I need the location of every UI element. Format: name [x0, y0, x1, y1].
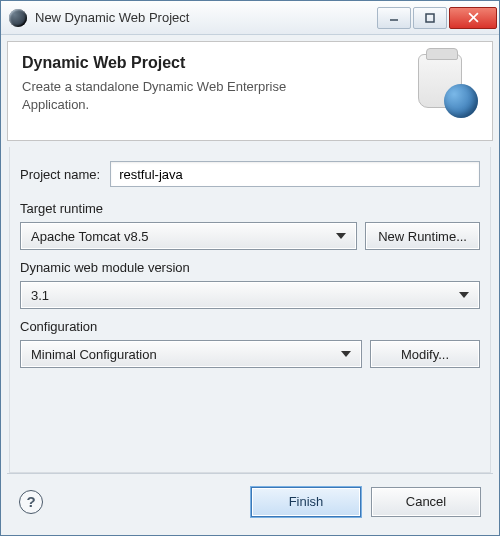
target-runtime-select[interactable]: Apache Tomcat v8.5	[20, 222, 357, 250]
cancel-button[interactable]: Cancel	[371, 487, 481, 517]
target-runtime-value: Apache Tomcat v8.5	[31, 229, 149, 244]
globe-icon	[444, 84, 478, 118]
maximize-button[interactable]	[413, 7, 447, 29]
form-area: Project name: Target runtime Apache Tomc…	[9, 147, 491, 473]
titlebar[interactable]: New Dynamic Web Project	[1, 1, 499, 35]
help-button[interactable]: ?	[19, 490, 43, 514]
wizard-icon	[414, 54, 478, 118]
minimize-icon	[389, 13, 399, 23]
minimize-button[interactable]	[377, 7, 411, 29]
configuration-group: Configuration Minimal Configuration Modi…	[20, 319, 480, 368]
footer: ? Finish Cancel	[7, 473, 493, 529]
window-title: New Dynamic Web Project	[35, 10, 375, 25]
banner-title: Dynamic Web Project	[22, 54, 478, 72]
configuration-value: Minimal Configuration	[31, 347, 157, 362]
eclipse-icon	[9, 9, 27, 27]
project-name-row: Project name:	[20, 161, 480, 187]
finish-button[interactable]: Finish	[251, 487, 361, 517]
banner: Dynamic Web Project Create a standalone …	[7, 41, 493, 141]
modify-button[interactable]: Modify...	[370, 340, 480, 368]
close-icon	[468, 12, 479, 23]
chevron-down-icon	[332, 227, 350, 245]
module-version-value: 3.1	[31, 288, 49, 303]
project-name-input[interactable]	[110, 161, 480, 187]
chevron-down-icon	[337, 345, 355, 363]
module-version-select[interactable]: 3.1	[20, 281, 480, 309]
configuration-label: Configuration	[20, 319, 480, 334]
project-name-label: Project name:	[20, 167, 100, 182]
chevron-down-icon	[455, 286, 473, 304]
target-runtime-label: Target runtime	[20, 201, 480, 216]
help-icon: ?	[26, 493, 35, 510]
svg-rect-1	[426, 14, 434, 22]
window-controls	[375, 7, 497, 29]
dialog-window: New Dynamic Web Project Dynamic Web Proj…	[0, 0, 500, 536]
configuration-select[interactable]: Minimal Configuration	[20, 340, 362, 368]
new-runtime-button[interactable]: New Runtime...	[365, 222, 480, 250]
maximize-icon	[425, 13, 435, 23]
module-version-group: Dynamic web module version 3.1	[20, 260, 480, 309]
close-button[interactable]	[449, 7, 497, 29]
module-version-label: Dynamic web module version	[20, 260, 480, 275]
target-runtime-group: Target runtime Apache Tomcat v8.5 New Ru…	[20, 201, 480, 250]
banner-description: Create a standalone Dynamic Web Enterpri…	[22, 78, 332, 113]
